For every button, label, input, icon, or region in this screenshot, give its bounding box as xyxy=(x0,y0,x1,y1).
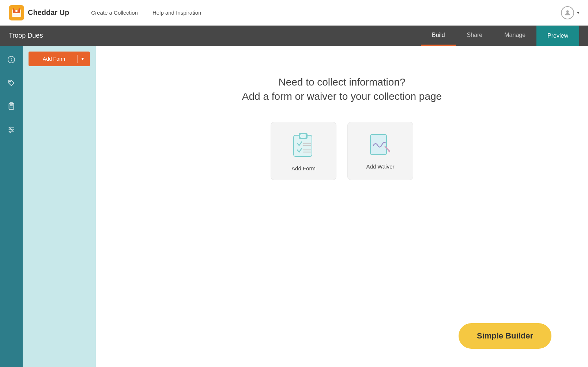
clipboard-icon xyxy=(7,102,15,110)
content-sidebar: Add Form ▼ xyxy=(23,46,96,367)
dropdown-arrow-icon: ▼ xyxy=(80,56,85,61)
simple-builder-button[interactable]: Simple Builder xyxy=(459,323,551,349)
user-menu[interactable]: ▾ xyxy=(561,6,579,19)
tag-icon xyxy=(7,79,15,87)
add-form-button[interactable]: Add Form ▼ xyxy=(29,52,90,66)
add-waiver-label: Add Waiver xyxy=(366,163,395,170)
svg-point-5 xyxy=(566,10,569,13)
tab-manage[interactable]: Manage xyxy=(493,26,536,46)
info-icon xyxy=(7,56,15,64)
add-waiver-card[interactable]: Add Waiver xyxy=(347,122,413,180)
logo[interactable]: Cheddar Up xyxy=(9,5,69,20)
sub-nav: Troop Dues Build Share Manage Preview xyxy=(0,26,588,46)
svg-point-17 xyxy=(10,127,11,129)
sidebar-item-info[interactable] xyxy=(5,53,18,66)
cards-row: Add Form Add Waiver xyxy=(271,122,413,180)
nav-create-collection[interactable]: Create a Collection xyxy=(91,10,138,16)
tab-preview[interactable]: Preview xyxy=(536,26,579,46)
form-illustration xyxy=(291,131,316,160)
svg-point-19 xyxy=(10,131,11,133)
chevron-down-icon: ▾ xyxy=(577,10,579,15)
collection-title: Troop Dues xyxy=(9,32,43,39)
logo-icon xyxy=(9,5,24,20)
user-avatar xyxy=(561,6,574,19)
waiver-illustration xyxy=(368,133,393,158)
nav-links: Create a Collection Help and Inspiration xyxy=(91,10,561,16)
main-layout: Add Form ▼ Need to collect information? … xyxy=(0,46,588,367)
svg-point-4 xyxy=(15,10,18,12)
svg-point-9 xyxy=(10,81,11,82)
svg-rect-3 xyxy=(14,7,19,10)
logo-text: Cheddar Up xyxy=(28,8,69,17)
top-nav: Cheddar Up Create a Collection Help and … xyxy=(0,0,588,26)
add-form-label: Add Form xyxy=(291,165,316,171)
main-content: Need to collect information? Add a form … xyxy=(96,46,588,367)
sidebar-item-tag[interactable] xyxy=(5,76,18,90)
sub-nav-tabs: Build Share Manage Preview xyxy=(421,26,579,46)
sidebar-item-clipboard[interactable] xyxy=(5,100,18,113)
button-divider xyxy=(77,55,78,63)
tab-build[interactable]: Build xyxy=(421,26,456,46)
sliders-icon xyxy=(7,126,15,134)
tab-share[interactable]: Share xyxy=(456,26,494,46)
add-form-card[interactable]: Add Form xyxy=(271,122,336,180)
sidebar-item-settings[interactable] xyxy=(5,123,18,136)
user-icon xyxy=(564,9,571,16)
svg-rect-22 xyxy=(300,134,306,138)
svg-rect-27 xyxy=(370,135,387,155)
nav-help-inspiration[interactable]: Help and Inspiration xyxy=(152,10,201,16)
icon-sidebar xyxy=(0,46,23,367)
prompt-title: Need to collect information? Add a form … xyxy=(242,75,442,103)
svg-point-18 xyxy=(12,129,13,130)
